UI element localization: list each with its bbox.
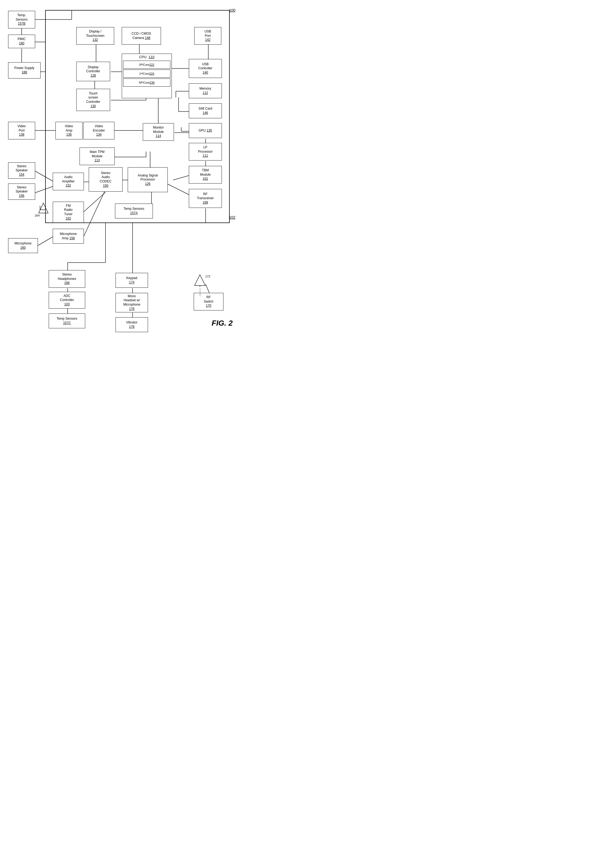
fm-radio-tuner-162: FMRadioTuner162 bbox=[53, 202, 84, 223]
svg-marker-57 bbox=[39, 203, 48, 213]
svg-line-35 bbox=[173, 175, 189, 180]
adc-controller-103: ADCController103 bbox=[49, 292, 85, 308]
microphone-160: Microphone160 bbox=[8, 238, 38, 253]
ref-102: 102 bbox=[229, 215, 235, 220]
temp-sensors-157a: Temp Sensors157A bbox=[115, 204, 153, 218]
diagram-container: 100 102 bbox=[0, 0, 243, 336]
svg-line-39 bbox=[38, 236, 54, 246]
svg-line-36 bbox=[168, 184, 189, 195]
svg-marker-58 bbox=[195, 275, 205, 285]
svg-line-38 bbox=[84, 189, 105, 236]
stereo-audio-codec-150: StereoAudioCODEC150 bbox=[89, 167, 123, 192]
stereo-speaker-154: StereoSpeaker154 bbox=[8, 162, 35, 178]
svg-line-31 bbox=[35, 186, 54, 193]
display-controller-128: DisplayController128 bbox=[76, 62, 110, 81]
antenna-164: 164 bbox=[37, 202, 50, 216]
touch-controller-130: TouchscreenController130 bbox=[76, 89, 110, 111]
microphone-amp-158: MicrophoneAmp 158 bbox=[53, 229, 84, 244]
main-tpm-module-113: Main TPMModule113 bbox=[79, 148, 115, 165]
lp-processor-111: LPProcessor111 bbox=[189, 143, 222, 160]
tbm-module-101: TBMModule101 bbox=[189, 166, 222, 183]
cpu-110: CPU 110 0th Core 222 1st Core 224 Nth Co… bbox=[122, 53, 172, 98]
temp-sensors-157c: Temp Sensors157C bbox=[49, 313, 85, 328]
ref-100: 100 bbox=[229, 8, 235, 12]
usb-controller-140: USBController140 bbox=[189, 59, 222, 78]
memory-112: Memory112 bbox=[189, 83, 222, 98]
analog-signal-processor-126: Analog SignalProcessor126 bbox=[128, 167, 168, 192]
svg-line-30 bbox=[35, 171, 54, 182]
monitor-module-114: MonitorModule114 bbox=[143, 123, 174, 141]
stereo-headphones-166: StereoHeadphones166 bbox=[49, 270, 85, 288]
video-port-138: VideoPort138 bbox=[8, 122, 35, 139]
sim-card-146: SIM Card146 bbox=[189, 104, 222, 118]
gpu-135: GPU 135 bbox=[189, 123, 222, 138]
figure-label: FIG. 2 bbox=[211, 319, 233, 328]
ccd-camera-148: CCD / CMOSCamera 148 bbox=[122, 27, 161, 45]
temp-sensors-157b: Temp.Sensors157B bbox=[8, 11, 35, 28]
rf-transceiver-168: RFTransceiver168 bbox=[189, 189, 222, 208]
video-amp-136: VideoAmp136 bbox=[55, 122, 82, 139]
stereo-speaker-156: StereoSpeaker156 bbox=[8, 183, 35, 200]
svg-line-37 bbox=[84, 192, 105, 212]
audio-amplifier-152: AudioAmplifier152 bbox=[53, 173, 84, 190]
vibrator-178: Vibrator178 bbox=[116, 317, 148, 332]
pmic-180: PMIC180 bbox=[8, 35, 35, 48]
display-touchscreen-132: Display /Touchscreen132 bbox=[76, 27, 114, 45]
power-supply-188: Power Supply188 bbox=[8, 62, 41, 78]
mono-headset-176: MonoHeadset w/Microphone176 bbox=[116, 293, 148, 313]
video-encoder-134: VideoEncoder134 bbox=[83, 122, 114, 139]
usb-port-142: USBPort142 bbox=[194, 27, 221, 45]
antenna-172: 172 bbox=[193, 273, 207, 288]
rf-switch-170: RFSwitch170 bbox=[194, 293, 224, 311]
keypad-174: Keypad174 bbox=[116, 273, 148, 288]
